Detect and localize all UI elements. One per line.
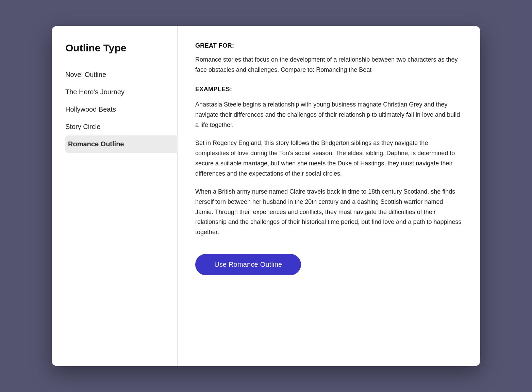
sidebar-item-story-circle[interactable]: Story Circle <box>65 118 178 135</box>
examples-label: EXAMPLES: <box>195 86 463 93</box>
example-3: When a British army nurse named Claire t… <box>195 187 463 237</box>
modal: Outline Type Novel Outline The Hero's Jo… <box>52 26 480 366</box>
sidebar-item-label: Romance Outline <box>68 140 124 148</box>
sidebar-item-heros-journey[interactable]: The Hero's Journey <box>65 83 178 101</box>
sidebar: Outline Type Novel Outline The Hero's Jo… <box>52 26 178 366</box>
sidebar-item-label: Hollywood Beats <box>65 105 116 113</box>
sidebar-item-label: The Hero's Journey <box>65 88 124 96</box>
sidebar-item-label: Story Circle <box>65 123 100 130</box>
sidebar-item-hollywood-beats[interactable]: Hollywood Beats <box>65 101 178 118</box>
great-for-label: GREAT FOR: <box>195 42 463 49</box>
button-area: Use Romance Outline <box>195 254 463 275</box>
sidebar-item-label: Novel Outline <box>65 71 106 78</box>
sidebar-item-romance-outline[interactable]: Romance Outline <box>65 135 178 153</box>
great-for-text: Romance stories that focus on the develo… <box>195 55 463 75</box>
use-romance-outline-button[interactable]: Use Romance Outline <box>195 254 301 275</box>
sidebar-title: Outline Type <box>65 42 177 54</box>
example-1: Anastasia Steele begins a relationship w… <box>195 100 463 130</box>
content-area: GREAT FOR: Romance stories that focus on… <box>178 26 480 366</box>
example-2: Set in Regency England, this story follo… <box>195 138 463 179</box>
sidebar-item-novel-outline[interactable]: Novel Outline <box>65 66 178 83</box>
